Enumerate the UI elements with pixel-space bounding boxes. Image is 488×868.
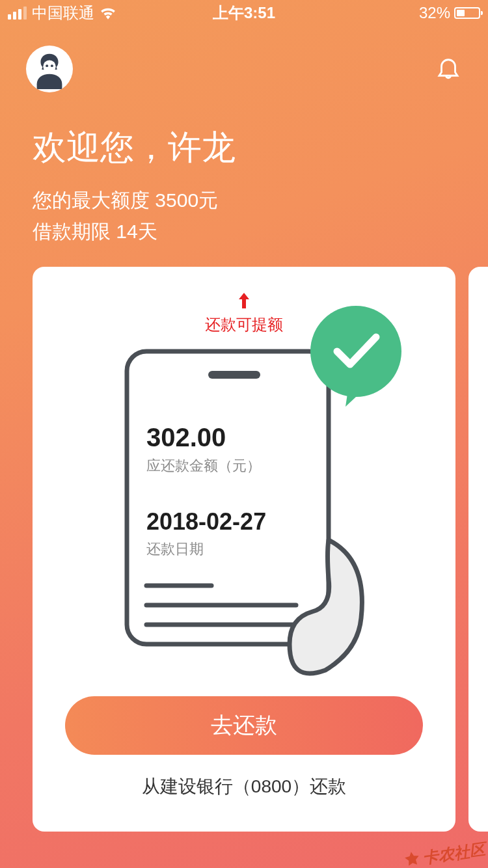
next-card-peek[interactable]	[468, 267, 488, 832]
credit-limit-text: 您的最大额度 3500元	[33, 185, 455, 216]
battery-percent: 32%	[419, 4, 450, 22]
svg-point-8	[310, 306, 401, 397]
card-carousel[interactable]: 还款可提额	[0, 267, 488, 832]
status-time: 上午3:51	[213, 3, 275, 23]
document-illustration: 302.00 应还款金额（元） 2018-02-27 还款日期	[120, 345, 368, 677]
bank-info-text: 从建设银行（0800）还款	[65, 774, 423, 799]
welcome-section: 欢迎您，许龙 您的最大额度 3500元 借款期限 14天	[0, 99, 488, 267]
repayment-date-label: 还款日期	[146, 539, 316, 559]
welcome-title: 欢迎您，许龙	[33, 125, 455, 170]
status-left: 中国联通	[8, 3, 116, 23]
document-content: 302.00 应还款金额（元） 2018-02-27 还款日期	[146, 423, 316, 559]
check-success-icon	[306, 306, 407, 407]
avatar[interactable]	[26, 46, 73, 92]
header	[0, 26, 488, 99]
battery-icon	[454, 7, 480, 19]
svg-rect-4	[208, 371, 260, 379]
repay-button[interactable]: 去还款	[65, 696, 423, 755]
wifi-icon	[100, 7, 116, 20]
watermark-text: 卡农社区	[422, 839, 487, 868]
repayment-date: 2018-02-27	[146, 508, 316, 536]
svg-point-2	[46, 64, 48, 67]
signal-icon	[8, 7, 27, 20]
notification-bell-icon[interactable]	[435, 54, 462, 84]
repayment-card: 还款可提额	[33, 267, 455, 832]
repayment-amount-label: 应还款金额（元）	[146, 456, 316, 476]
watermark: 卡农社区	[402, 839, 486, 868]
carrier-label: 中国联通	[32, 3, 94, 23]
svg-point-3	[51, 64, 53, 67]
svg-point-1	[43, 60, 55, 72]
status-right: 32%	[419, 4, 480, 22]
status-bar: 中国联通 上午3:51 32%	[0, 0, 488, 26]
loan-period-text: 借款期限 14天	[33, 216, 455, 247]
repayment-amount: 302.00	[146, 423, 316, 452]
